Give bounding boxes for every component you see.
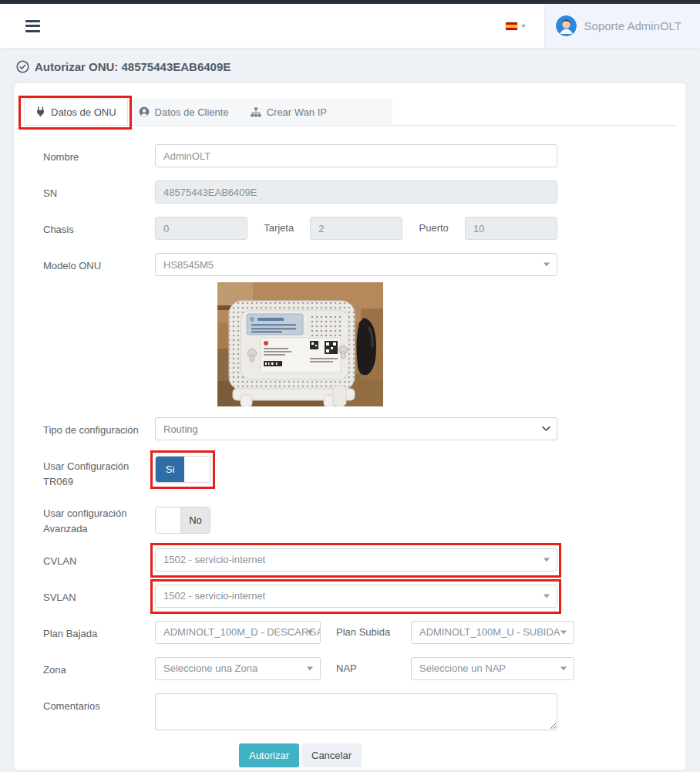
- tab-datos-de-cliente[interactable]: Datos de Cliente: [128, 99, 240, 125]
- plan-subida-label: Plan Subida: [336, 621, 411, 638]
- toggle-on-label: Si: [156, 457, 184, 482]
- plan-subida-select[interactable]: ADMINOLT_100M_U - SUBIDA: [411, 621, 574, 644]
- tr069-label: Usar Configuración TR069: [43, 453, 155, 490]
- caret-down-icon: [544, 558, 550, 561]
- user-circle-icon: [139, 106, 150, 117]
- puerto-input: [465, 217, 557, 240]
- caret-down-icon: [307, 630, 313, 634]
- form-actions: Autorizar Cancelar: [43, 743, 557, 767]
- authorize-button[interactable]: Autorizar: [239, 743, 299, 767]
- page-title: Autorizar ONU: 48575443EAB6409E: [16, 60, 700, 73]
- avanzada-toggle[interactable]: No: [155, 507, 210, 534]
- avanzada-label: Usar configuración Avanzada: [43, 501, 155, 537]
- caret-down-icon: [544, 594, 550, 598]
- sn-input: [155, 180, 557, 204]
- cancel-button[interactable]: Cancelar: [301, 743, 362, 767]
- tab-datos-de-onu[interactable]: Datos de ONU: [24, 99, 128, 125]
- chasis-label: Chasis: [43, 217, 155, 240]
- authorize-onu-card: Datos de ONU Datos de Cliente: [15, 83, 685, 770]
- check-circle-icon: [16, 60, 29, 73]
- tipo-configuracion-select[interactable]: Routing: [155, 417, 557, 440]
- svlan-label: SVLAN: [43, 585, 155, 608]
- plan-bajada-label: Plan Bajada: [43, 621, 155, 644]
- chasis-input: [155, 217, 247, 240]
- onu-model-photo: [217, 282, 383, 406]
- language-selector[interactable]: [506, 4, 544, 48]
- navbar: Soporte AdminOLT: [0, 4, 700, 48]
- chevron-down-icon: [521, 25, 526, 28]
- sitemap-icon: [251, 107, 261, 117]
- chevron-down-icon: [542, 426, 550, 432]
- nombre-label: Nombre: [43, 144, 155, 167]
- plug-icon: [35, 106, 45, 117]
- toggle-off-label: No: [180, 507, 210, 533]
- caret-down-icon: [544, 263, 550, 267]
- menu-hamburger-icon[interactable]: [25, 17, 40, 35]
- user-name: Soporte AdminOLT: [584, 19, 681, 32]
- puerto-label: Puerto: [419, 217, 449, 234]
- avatar: [556, 15, 577, 36]
- modelo-onu-select[interactable]: HS8545M5: [155, 253, 557, 276]
- plan-bajada-select[interactable]: ADMINOLT_100M_D - DESCARGA: [155, 621, 321, 644]
- cvlan-select[interactable]: 1502 - servicio-internet: [155, 548, 557, 571]
- nombre-input[interactable]: [155, 144, 557, 167]
- caret-down-icon: [560, 666, 567, 670]
- user-menu[interactable]: Soporte AdminOLT: [544, 4, 700, 48]
- nap-select[interactable]: Seleccione un NAP: [411, 657, 574, 680]
- modelo-onu-label: Modelo ONU: [43, 253, 155, 276]
- spain-flag-icon: [506, 22, 517, 30]
- comentarios-input[interactable]: [155, 693, 557, 730]
- tabs-row: Datos de ONU Datos de Cliente: [24, 99, 676, 126]
- cvlan-label: CVLAN: [43, 548, 155, 571]
- tr069-toggle[interactable]: Si: [155, 456, 210, 483]
- comentarios-label: Comentarios: [43, 693, 155, 733]
- onu-form: Nombre SN Chasis Tarjeta Puerto Modelo O…: [24, 126, 676, 767]
- nap-label: NAP: [336, 657, 411, 674]
- tarjeta-label: Tarjeta: [264, 217, 294, 234]
- tab-crear-wan-ip[interactable]: Crear Wan IP: [240, 99, 338, 125]
- sn-label: SN: [43, 180, 155, 204]
- zona-select[interactable]: Seleccione una Zona: [155, 657, 321, 680]
- tipo-configuracion-label: Tipo de configuración: [43, 417, 155, 440]
- caret-down-icon: [560, 630, 567, 634]
- svlan-select[interactable]: 1502 - servicio-internet: [155, 585, 557, 608]
- caret-down-icon: [307, 666, 313, 670]
- tarjeta-input: [310, 217, 402, 240]
- zona-label: Zona: [43, 657, 155, 680]
